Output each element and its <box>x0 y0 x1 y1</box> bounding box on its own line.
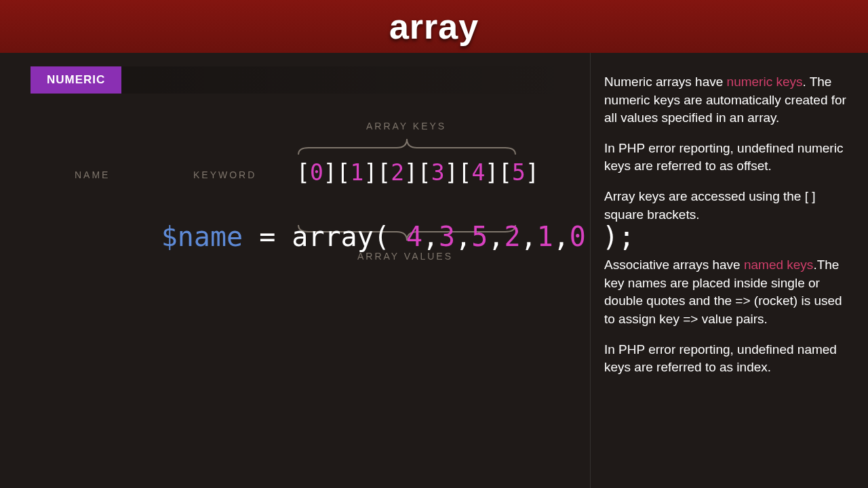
sidebar-p4-highlight: named keys <box>744 258 813 272</box>
code-close: ); <box>586 221 635 252</box>
sidebar-p2: In PHP error reporting, undefined numeri… <box>604 140 848 176</box>
code-var: $name <box>161 221 243 252</box>
title-bar: array <box>0 0 868 53</box>
sidebar-p1-highlight: numeric keys <box>727 75 803 89</box>
numeric-code-line: $name = array( 4,3,5,2,1,0 ); <box>31 190 635 283</box>
numeric-tag: NUMERIC <box>31 66 121 94</box>
page-title: array <box>389 6 479 47</box>
content: NUMERIC NAME KEYWORD ARRAY KEYS ARRAY VA… <box>0 53 868 488</box>
label-array-keys: ARRAY KEYS <box>366 121 446 131</box>
main-column: NUMERIC NAME KEYWORD ARRAY KEYS ARRAY VA… <box>0 53 590 488</box>
sidebar-p5: In PHP error reporting, undefined named … <box>604 341 848 377</box>
sidebar-p1a: Numeric arrays have <box>604 75 727 89</box>
sidebar-p4: Associative arrays have named keys.The k… <box>604 256 848 328</box>
sidebar-p3: Array keys are accessed using the [ ] sq… <box>604 188 848 224</box>
numeric-header-row: NUMERIC <box>31 66 590 94</box>
code-fn: array( <box>292 221 406 252</box>
numeric-values: 4,3,5,2,1,0 <box>406 221 586 252</box>
label-name: NAME <box>75 169 110 180</box>
numeric-code-area: NAME KEYWORD ARRAY KEYS ARRAY VALUES [0]… <box>31 102 590 488</box>
top-brace-icon <box>295 136 519 156</box>
sidebar-p1: Numeric arrays have numeric keys. The nu… <box>604 73 848 127</box>
code-op: = <box>243 221 292 252</box>
label-keyword: KEYWORD <box>193 169 256 180</box>
numeric-keys-line: [0][1][2][3][4][5] <box>296 159 539 186</box>
sidebar-separator <box>604 236 848 256</box>
